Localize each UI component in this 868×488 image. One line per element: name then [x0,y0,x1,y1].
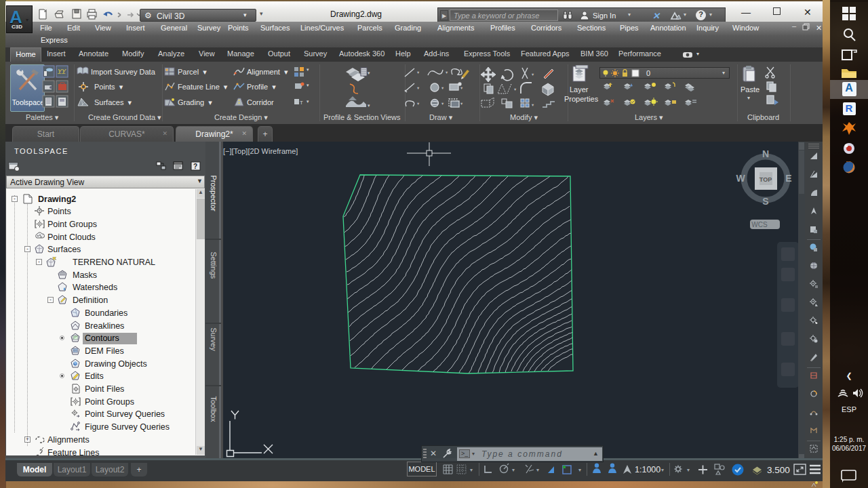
svg-text:▾: ▾ [307,67,309,72]
svg-text:▾: ▾ [417,85,420,90]
svg-text:▾: ▾ [687,467,690,473]
svg-text:▾: ▾ [514,87,517,92]
svg-text:▾: ▾ [307,83,309,87]
svg-text:▾: ▾ [307,99,309,104]
svg-text:▾: ▾ [460,101,463,106]
svg-text:TOP: TOP [760,176,772,183]
svg-text:N: N [762,148,769,159]
svg-text:Y̲Y̲: Y̲Y̲ [58,68,66,75]
svg-text:?: ? [193,163,197,170]
svg-text:▾: ▾ [661,467,664,473]
svg-text:T: T [300,100,303,106]
svg-text:W: W [736,173,745,184]
svg-text:▾: ▾ [578,467,581,473]
svg-text:S: S [762,196,768,207]
svg-text:E: E [785,173,791,184]
svg-text:▾: ▾ [368,70,370,75]
svg-text:▾: ▾ [441,85,444,90]
svg-text:▾: ▾ [470,467,473,473]
svg-text:1:1000: 1:1000 [635,465,660,474]
svg-text:▾: ▾ [532,72,534,77]
svg-text:▾: ▾ [417,70,420,75]
svg-text:▾: ▾ [532,102,534,107]
svg-text:WCS: WCS [751,221,768,228]
svg-text:▾: ▾ [368,103,370,108]
svg-text:▾: ▾ [441,101,444,106]
svg-text:▾: ▾ [536,467,539,473]
svg-text:▾: ▾ [446,70,448,75]
svg-text:▾: ▾ [417,101,420,106]
svg-text:3.500: 3.500 [767,465,790,475]
svg-text:▾: ▾ [460,85,463,90]
svg-text:▾: ▾ [512,467,515,473]
